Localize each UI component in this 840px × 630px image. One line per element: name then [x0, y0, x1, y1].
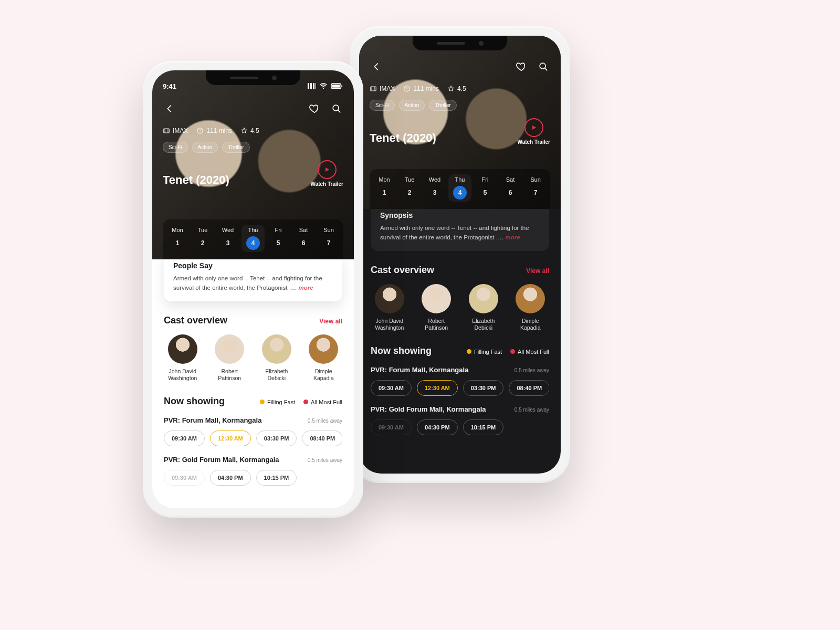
genre-tag[interactable]: Thriller [429, 100, 457, 111]
showtime-slot[interactable]: 10:15 PM [256, 470, 297, 486]
cast-avatar [215, 334, 244, 364]
showtime-slot[interactable]: 09:30 AM [164, 470, 205, 486]
wifi-icon [319, 83, 328, 89]
movie-title: Tenet (2020) [163, 173, 229, 187]
battery-icon [331, 83, 343, 89]
showtime-slot[interactable]: 12:30 AM [210, 430, 251, 446]
status-time: 9:41 [163, 82, 176, 90]
date-cell[interactable]: Fri5 [474, 174, 497, 202]
showtime-slot[interactable]: 12:30 AM [417, 380, 458, 396]
cast-item[interactable]: John David Washington [371, 284, 408, 332]
showtime-slot[interactable]: 08:40 PM [509, 380, 549, 396]
cast-item[interactable]: Robert Pattinson [211, 334, 249, 382]
view-all-link[interactable]: View all [526, 267, 549, 275]
date-cell[interactable]: Tue2 [398, 174, 421, 202]
showtime-slot[interactable]: 09:30 AM [371, 380, 412, 396]
showtime-slot[interactable]: 08:40 PM [302, 430, 342, 446]
movie-title: Tenet (2020) [370, 131, 436, 145]
showtime-slot[interactable]: 03:30 PM [256, 430, 297, 446]
now-showing-heading: Now showing [371, 345, 432, 356]
date-cell[interactable]: Sun7 [524, 174, 547, 202]
date-cell[interactable]: Mon1 [166, 225, 189, 252]
cast-avatar [516, 284, 545, 313]
cast-name: Elizabeth Debicki [465, 318, 502, 332]
movie-hero: 9:41 [152, 70, 354, 259]
venue-name: PVR: Gold Forum Mall, Kormangala [164, 456, 279, 464]
synopsis-card: People Say Armed with only one word -- T… [164, 253, 342, 301]
svg-point-3 [323, 88, 324, 89]
back-icon[interactable] [370, 60, 383, 74]
showtime-slot[interactable]: 10:15 PM [463, 419, 504, 435]
date-cell[interactable]: Fri5 [267, 225, 290, 252]
favorite-icon[interactable] [514, 60, 528, 74]
cast-name: Elizabeth Debicki [258, 368, 296, 382]
now-showing-heading: Now showing [164, 396, 225, 407]
venue-name: PVR: Forum Mall, Kormangala [371, 366, 468, 374]
venue: PVR: Gold Forum Mall, Kormangala 0.5 mil… [371, 405, 549, 435]
legend: Filling Fast All Most Full [467, 349, 549, 355]
date-cell[interactable]: Mon1 [373, 174, 396, 202]
read-more-link[interactable]: more [505, 234, 520, 240]
read-more-link[interactable]: more [298, 285, 313, 291]
movie-meta: IMAX 111 mins 4.5 [370, 85, 550, 92]
cast-heading: Cast overview [371, 265, 434, 276]
cast-item[interactable]: Elizabeth Debicki [465, 284, 502, 332]
genre-tag[interactable]: Action [192, 142, 218, 153]
cast-name: John David Washington [371, 318, 408, 332]
date-picker: Mon1Tue2Wed3Thu4Fri5Sat6Sun7 [370, 169, 550, 209]
cast-avatar [422, 284, 451, 313]
cast-name: Robert Pattinson [418, 318, 456, 332]
venue-distance: 0.5 miles away [514, 368, 549, 373]
view-all-link[interactable]: View all [319, 318, 342, 325]
search-icon[interactable] [537, 60, 550, 74]
cast-item[interactable]: Dimple Kapadia [512, 284, 550, 332]
date-cell[interactable]: Sun7 [317, 225, 340, 252]
venues-list: PVR: Forum Mall, Kormangala 0.5 miles aw… [164, 416, 342, 486]
cast-avatar [309, 334, 338, 364]
date-cell[interactable]: Thu4 [448, 174, 471, 202]
back-icon[interactable] [163, 102, 176, 116]
movie-meta: IMAX 111 mins 4.5 [163, 127, 343, 134]
cast-item[interactable]: Robert Pattinson [418, 284, 456, 332]
date-cell[interactable]: Sat6 [499, 174, 522, 202]
cast-item[interactable]: John David Washington [164, 334, 202, 382]
cast-item[interactable]: Elizabeth Debicki [258, 334, 296, 382]
venue-distance: 0.5 miles away [308, 418, 342, 424]
date-cell[interactable]: Wed3 [216, 225, 239, 252]
cast-name: Robert Pattinson [211, 368, 249, 382]
date-cell[interactable]: Wed3 [423, 174, 446, 202]
cast-item[interactable]: Dimple Kapadia [305, 334, 343, 382]
genre-tag[interactable]: Sci-Fi [370, 100, 395, 111]
synopsis-heading: People Say [173, 261, 333, 270]
venue-distance: 0.5 miles away [308, 457, 342, 463]
svg-rect-6 [341, 85, 342, 87]
legend: Filling Fast All Most Full [260, 399, 342, 405]
cast-name: John David Washington [164, 368, 202, 382]
genre-tag[interactable]: Action [399, 100, 425, 111]
showtime-slot[interactable]: 04:30 PM [210, 470, 251, 486]
showtime-slot[interactable]: 03:30 PM [463, 380, 504, 396]
cast-heading: Cast overview [164, 315, 227, 326]
genre-tags: Sci-Fi Action Thriller [370, 100, 550, 111]
date-cell[interactable]: Sat6 [292, 225, 315, 252]
favorite-icon[interactable] [308, 102, 321, 116]
date-cell[interactable]: Tue2 [191, 225, 214, 252]
date-cell[interactable]: Thu4 [242, 225, 265, 252]
date-picker: Mon1Tue2Wed3Thu4Fri5Sat6Sun7 [163, 219, 343, 259]
watch-trailer-button[interactable]: Watch Trailer [518, 118, 550, 145]
cast-avatar [375, 284, 404, 313]
genre-tag[interactable]: Thriller [222, 142, 250, 153]
synopsis-heading: Synopsis [380, 211, 540, 219]
status-bar: 9:41 [163, 79, 343, 93]
svg-rect-5 [332, 85, 340, 88]
showtime-slot[interactable]: 09:30 AM [164, 430, 205, 446]
genre-tag[interactable]: Sci-Fi [163, 142, 188, 153]
venue-name: PVR: Gold Forum Mall, Kormangala [371, 405, 486, 413]
showtime-slot[interactable]: 09:30 AM [371, 419, 412, 435]
signal-icon [308, 83, 316, 89]
showtime-slot[interactable]: 04:30 PM [417, 419, 458, 435]
watch-trailer-button[interactable]: Watch Trailer [311, 160, 343, 187]
search-icon[interactable] [330, 102, 343, 116]
genre-tags: Sci-Fi Action Thriller [163, 142, 343, 153]
cast-name: Dimple Kapadia [512, 318, 550, 332]
